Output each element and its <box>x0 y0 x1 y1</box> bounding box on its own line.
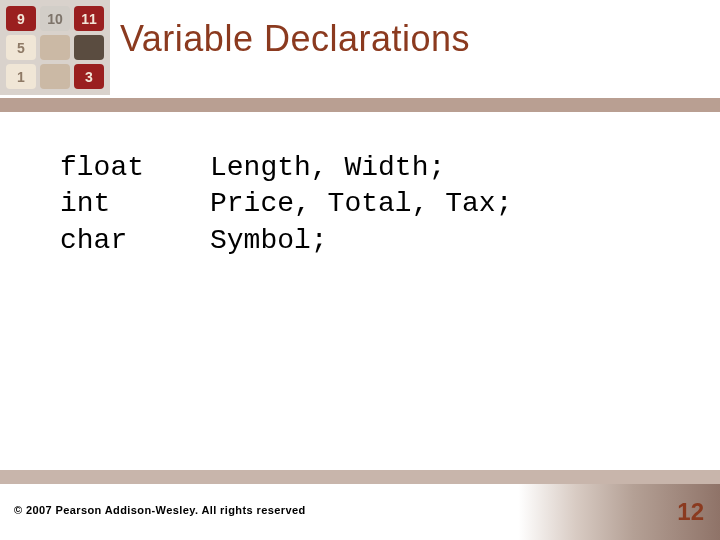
type-keyword: float <box>60 150 210 186</box>
variable-list: Symbol; <box>210 223 328 259</box>
code-line: char Symbol; <box>60 223 512 259</box>
tile: 1 <box>6 64 36 89</box>
footer-divider <box>0 470 720 484</box>
tile <box>40 64 70 89</box>
header-divider <box>0 98 720 112</box>
tile <box>74 35 104 60</box>
tile: 5 <box>6 35 36 60</box>
page-number: 12 <box>677 498 704 526</box>
variable-list: Length, Width; <box>210 150 445 186</box>
code-block: float Length, Width; int Price, Total, T… <box>60 150 512 259</box>
slide-title: Variable Declarations <box>120 18 470 60</box>
copyright-text: © 2007 Pearson Addison-Wesley. All right… <box>14 504 306 516</box>
decorative-tile-grid: 9 10 11 5 1 3 <box>0 0 110 95</box>
type-keyword: int <box>60 186 210 222</box>
type-keyword: char <box>60 223 210 259</box>
tile <box>40 35 70 60</box>
tile: 10 <box>40 6 70 31</box>
slide: 9 10 11 5 1 3 Variable Declarations floa… <box>0 0 720 540</box>
code-line: float Length, Width; <box>60 150 512 186</box>
code-line: int Price, Total, Tax; <box>60 186 512 222</box>
tile: 3 <box>74 64 104 89</box>
tile: 11 <box>74 6 104 31</box>
tile: 9 <box>6 6 36 31</box>
variable-list: Price, Total, Tax; <box>210 186 512 222</box>
